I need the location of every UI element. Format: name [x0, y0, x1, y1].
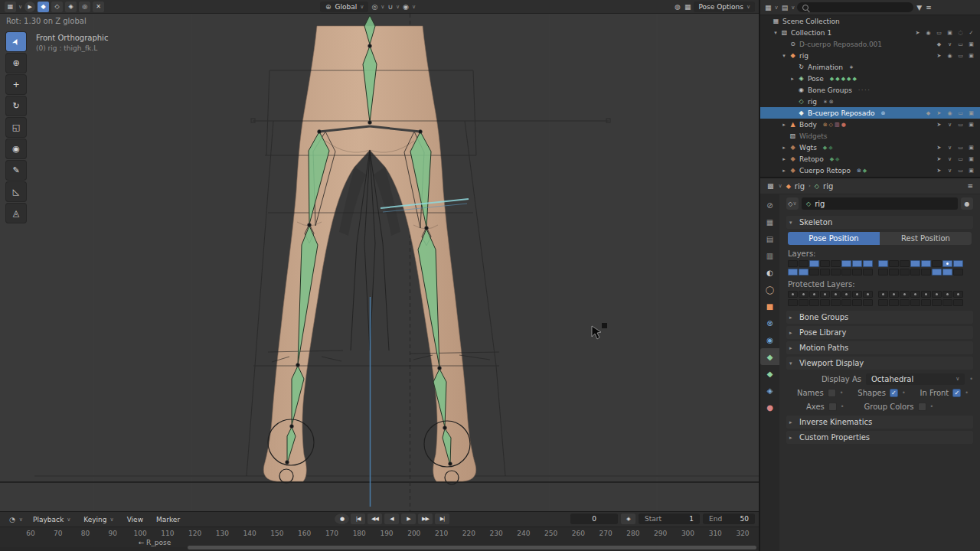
- tool-transform[interactable]: ◉: [6, 139, 26, 158]
- layer-toggle[interactable]: [852, 291, 862, 298]
- camera-icon[interactable]: ▣: [966, 110, 976, 116]
- properties-tab-object[interactable]: ■: [760, 298, 779, 315]
- timeline-menu-playback[interactable]: Playback∨: [28, 516, 76, 523]
- layer-toggle[interactable]: [942, 291, 952, 298]
- layer-toggle[interactable]: [932, 291, 942, 298]
- layer-toggle[interactable]: [831, 260, 841, 267]
- layer-toggle[interactable]: [809, 299, 819, 306]
- layer-toggle[interactable]: [820, 269, 830, 276]
- layer-toggle[interactable]: [910, 260, 920, 267]
- layer-toggle[interactable]: [889, 291, 899, 298]
- group-colors-checkbox[interactable]: [918, 403, 926, 411]
- jump-start-button[interactable]: |◀: [351, 514, 365, 524]
- timeline-ruler[interactable]: 6070809010011012013014015016017018019020…: [0, 527, 759, 547]
- layer-toggle[interactable]: [878, 291, 888, 298]
- fake-user-icon[interactable]: ●: [961, 197, 973, 210]
- expand-caret-icon[interactable]: ▾: [772, 30, 779, 36]
- panel-viewport-display[interactable]: ▾ Viewport Display: [786, 357, 973, 370]
- camera-icon[interactable]: ▣: [966, 156, 976, 162]
- layer-toggle[interactable]: [841, 260, 851, 267]
- panel-inverse-kinematics[interactable]: ▸Inverse Kinematics: [786, 416, 973, 429]
- tool-rotate[interactable]: ↻: [6, 96, 26, 116]
- timeline-scrollbar[interactable]: [188, 546, 756, 549]
- overlays-icon[interactable]: ◍: [674, 3, 681, 11]
- header-tool-icon-3[interactable]: ◈: [65, 2, 77, 12]
- outliner-row[interactable]: ◆B-cuerpo Reposado⊗◆➤◉▭▣: [760, 107, 980, 119]
- layer-toggle[interactable]: [841, 299, 851, 306]
- layer-toggle[interactable]: [788, 299, 798, 306]
- pose-options-dropdown[interactable]: Pose Options ∨: [694, 2, 755, 12]
- layer-toggle[interactable]: [863, 260, 873, 267]
- layer-toggle[interactable]: [852, 260, 862, 267]
- properties-tab-bone-constraint[interactable]: ◈: [760, 382, 779, 399]
- layer-toggle[interactable]: [809, 269, 819, 276]
- layer-toggle[interactable]: [910, 269, 920, 276]
- layer-toggle[interactable]: [809, 291, 819, 298]
- pointer-icon[interactable]: ➤: [934, 122, 944, 128]
- panel-custom-properties[interactable]: ▸Custom Properties: [786, 431, 973, 444]
- layer-toggle[interactable]: [878, 299, 888, 306]
- scene-canvas[interactable]: [0, 14, 759, 511]
- pose-position-button[interactable]: Pose Position: [788, 232, 880, 245]
- tool-move[interactable]: +: [6, 75, 26, 94]
- camera-icon[interactable]: ▣: [966, 168, 976, 174]
- panel-skeleton[interactable]: ▾ Skeleton: [786, 216, 973, 229]
- layer-toggle[interactable]: [900, 299, 910, 306]
- layer-toggle[interactable]: [863, 291, 873, 298]
- camera-icon[interactable]: ▣: [966, 145, 976, 151]
- properties-tab-bone[interactable]: ◆: [760, 365, 779, 382]
- outliner-search-input[interactable]: [797, 2, 913, 12]
- properties-tab-object-data[interactable]: ◆: [760, 348, 779, 365]
- screen-icon[interactable]: ▭: [956, 156, 965, 162]
- layer-toggle[interactable]: [799, 291, 808, 298]
- outliner-row[interactable]: ▾▧Collection 1➤◉▭▣◌✓: [760, 27, 980, 38]
- outliner-row[interactable]: ▾◆rig➤◉▭▣: [760, 50, 980, 61]
- shapes-checkbox[interactable]: ✓: [890, 389, 898, 397]
- properties-tab-output[interactable]: ▤: [760, 230, 779, 247]
- layer-toggle[interactable]: [942, 269, 952, 276]
- layer-toggle[interactable]: [921, 291, 931, 298]
- jump-end-button[interactable]: ▶|: [435, 514, 449, 524]
- layer-toggle[interactable]: [900, 291, 910, 298]
- screen-icon[interactable]: ▭: [956, 122, 965, 128]
- expand-caret-icon[interactable]: ▸: [780, 145, 788, 151]
- properties-tab-world[interactable]: ◯: [760, 281, 779, 298]
- panel-pose-library[interactable]: ▸Pose Library: [786, 326, 973, 339]
- layer-toggle[interactable]: [799, 260, 808, 267]
- proportional-edit-icon[interactable]: ◉: [402, 3, 410, 11]
- outliner-row[interactable]: ▸◆Wgts◆◆➤∨▭▣: [760, 142, 980, 153]
- outliner-row[interactable]: ▸◆Cuerpo Retopo⊗◆➤∨▭▣: [760, 165, 980, 176]
- outliner-settings-icon[interactable]: ≡: [925, 4, 933, 11]
- chevron-icon[interactable]: ∨: [945, 168, 955, 174]
- axes-checkbox[interactable]: [828, 403, 837, 411]
- properties-tab-view-layer[interactable]: ▥: [760, 247, 779, 264]
- chevron-icon[interactable]: ∨: [945, 41, 955, 47]
- filter-icon[interactable]: ▼: [916, 4, 923, 11]
- layer-toggle[interactable]: [878, 260, 888, 267]
- properties-tab-scene[interactable]: ◐: [760, 264, 779, 281]
- editor-type-icon[interactable]: ▦: [5, 2, 16, 12]
- in-front-checkbox[interactable]: ✓: [952, 389, 961, 397]
- header-tool-icon-4[interactable]: ◎: [79, 2, 90, 12]
- header-tool-icon-1[interactable]: ◆: [38, 2, 49, 12]
- expand-caret-icon[interactable]: ▾: [780, 53, 788, 59]
- camera-icon[interactable]: ▣: [945, 30, 955, 36]
- chevron-icon[interactable]: ∨: [945, 122, 955, 128]
- layer-toggle[interactable]: [831, 299, 841, 306]
- screen-icon[interactable]: ▭: [956, 145, 965, 151]
- person-icon[interactable]: ◆: [934, 41, 944, 47]
- layer-toggle[interactable]: [799, 299, 808, 306]
- pivot-point-icon[interactable]: ◎: [371, 3, 378, 11]
- layer-toggle[interactable]: [910, 291, 920, 298]
- chevron-icon[interactable]: ∨: [945, 145, 955, 151]
- layer-toggle[interactable]: [953, 269, 963, 276]
- display-as-dropdown[interactable]: Octahedral ∨: [866, 373, 965, 385]
- mode-icon[interactable]: ▶: [24, 2, 35, 12]
- properties-tab-tool[interactable]: ⊘: [760, 197, 779, 214]
- eye-icon[interactable]: ◉: [945, 110, 955, 116]
- outliner-row[interactable]: ⊙D-cuerpo Reposado.001◆∨▭▣: [760, 38, 980, 50]
- properties-tab-material[interactable]: ●: [760, 399, 779, 416]
- tool-select-box[interactable]: ➤: [6, 32, 26, 51]
- layer-toggle[interactable]: [799, 269, 808, 276]
- breadcrumb-data[interactable]: rig: [823, 182, 833, 191]
